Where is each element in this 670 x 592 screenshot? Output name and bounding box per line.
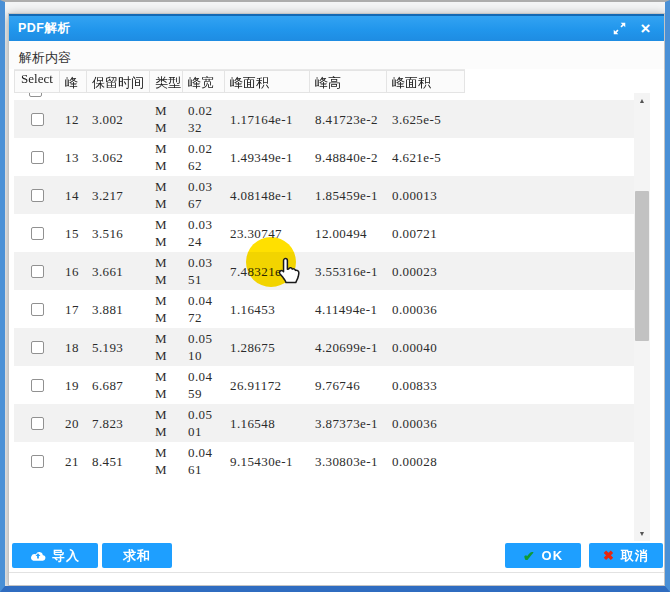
close-icon[interactable]: × [638, 21, 653, 36]
cell-peak-area: 1.49349e-1 [225, 147, 310, 168]
column-header[interactable]: 峰宽 [183, 70, 225, 93]
column-header[interactable]: 保留时间 [87, 70, 150, 93]
cell-peak-area-2: 0.00833 [387, 375, 465, 396]
table-row[interactable]: 18 5.193 MM 0.0510 1.28675 4.20699e-1 0.… [14, 328, 634, 366]
cell-peak: 16 [60, 261, 87, 282]
cell-peak: 12 [60, 109, 87, 130]
cell-type: MM [150, 214, 183, 252]
row-checkbox[interactable] [31, 189, 44, 202]
row-checkbox[interactable] [31, 303, 44, 316]
column-header[interactable]: 峰面积 [387, 70, 465, 93]
row-select-cell [14, 341, 60, 354]
cell-retention-time: 3.881 [87, 299, 150, 320]
cell-peak-height: 3.55316e-1 [310, 261, 387, 282]
cell-retention-time: 8.451 [87, 451, 150, 472]
column-header[interactable]: Select [14, 70, 60, 93]
row-checkbox[interactable] [31, 113, 44, 126]
cell-type: MM [150, 252, 183, 290]
cell-peak-height: 1.85459e-1 [310, 185, 387, 206]
cancel-button-label: 取消 [621, 547, 649, 565]
ok-button[interactable]: ✔ OK [505, 543, 581, 568]
table-header-row: Select峰保留时间类型峰宽峰面积峰高峰面积 [14, 69, 465, 93]
cell-type: MM [150, 366, 183, 404]
cell-peak: 20 [60, 413, 87, 434]
row-checkbox[interactable] [31, 379, 44, 392]
row-checkbox[interactable] [31, 341, 44, 354]
table-row[interactable]: 16 3.661 MM 0.0351 7.48321e-1 3.55316e-1… [14, 252, 634, 290]
cancel-button[interactable]: ✖ 取消 [589, 543, 663, 568]
cell-peak-width: 0.0232 [183, 100, 225, 138]
cell-peak-height: 4.20699e-1 [310, 337, 387, 358]
cell-peak-area-2: 0.00721 [387, 223, 465, 244]
import-button[interactable]: 导入 [12, 543, 98, 568]
row-select-cell [14, 303, 60, 316]
x-icon: ✖ [603, 548, 615, 563]
cell-peak-width: 0.0262 [183, 138, 225, 176]
row-select-cell [14, 227, 60, 240]
cell-peak-area-2: 4.621e-5 [387, 147, 465, 168]
column-header[interactable]: 峰面积 [225, 70, 310, 93]
cell-type: MM [150, 328, 183, 366]
table-row[interactable]: 17 3.881 MM 0.0472 1.16453 4.11494e-1 0.… [14, 290, 634, 328]
cell-peak-area: 1.16453 [225, 299, 310, 320]
column-header[interactable]: 类型 [150, 70, 183, 93]
table-row[interactable]: 12 3.002 MM 0.0232 1.17164e-1 8.41723e-2… [14, 100, 634, 138]
cell-peak: 13 [60, 147, 87, 168]
cell-peak-area-2: 0.00040 [387, 337, 465, 358]
maximize-icon[interactable] [612, 21, 627, 36]
dialog-titlebar[interactable]: PDF解析 × [9, 14, 664, 41]
table-row[interactable]: 19 6.687 MM 0.0459 26.91172 9.76746 0.00… [14, 366, 634, 404]
table-row[interactable]: 14 3.217 MM 0.0367 4.08148e-1 1.85459e-1… [14, 176, 634, 214]
cell-peak-height: 9.76746 [310, 375, 387, 396]
cell-peak: 17 [60, 299, 87, 320]
cell-peak-width: 0.0510 [183, 328, 225, 366]
ok-button-label: OK [542, 548, 564, 563]
cell-type: MM [150, 100, 183, 138]
row-checkbox[interactable] [29, 93, 42, 97]
row-select-cell [14, 151, 60, 164]
cell-type: MM [150, 176, 183, 214]
cell-peak-area-2: 0.00013 [387, 185, 465, 206]
cell-peak-area: 1.17164e-1 [225, 109, 310, 130]
row-select-cell [14, 189, 60, 202]
row-select-cell [14, 265, 60, 278]
cell-peak: 19 [60, 375, 87, 396]
check-icon: ✔ [523, 548, 536, 564]
cell-peak-area: 4.08148e-1 [225, 185, 310, 206]
cell-peak-width: 0.0459 [183, 366, 225, 404]
table-row[interactable]: 13 3.062 MM 0.0262 1.49349e-1 9.48840e-2… [14, 138, 634, 176]
cell-peak-height: 4.11494e-1 [310, 299, 387, 320]
cell-peak-height: 12.00494 [310, 223, 387, 244]
section-header: 解析内容 [9, 41, 664, 69]
cell-peak-height: 9.48840e-2 [310, 147, 387, 168]
row-checkbox[interactable] [31, 265, 44, 278]
titlebar-icons: × [612, 21, 664, 36]
scroll-up-icon[interactable]: ▲ [634, 93, 650, 108]
column-header[interactable]: 峰 [60, 70, 87, 93]
scroll-down-icon[interactable]: ▼ [634, 526, 650, 541]
table-row[interactable]: 15 3.516 MM 0.0324 23.30747 12.00494 0.0… [14, 214, 634, 252]
cell-peak-area-2: 0.00036 [387, 413, 465, 434]
vertical-scrollbar[interactable]: ▲ ▼ [634, 93, 650, 541]
cell-peak-area-2: 0.00023 [387, 261, 465, 282]
column-header[interactable]: 峰高 [310, 70, 387, 93]
cell-peak-height: 3.30803e-1 [310, 451, 387, 472]
pdf-parse-dialog: PDF解析 × 解析内容 Select峰保留时间类型峰宽峰面积峰高峰面积 12 … [8, 13, 665, 586]
scrollbar-thumb[interactable] [635, 191, 649, 341]
row-checkbox[interactable] [31, 151, 44, 164]
row-checkbox[interactable] [31, 227, 44, 240]
table-row[interactable]: 21 8.451 MM 0.0461 9.15430e-1 3.30803e-1… [14, 442, 634, 480]
cell-type: MM [150, 138, 183, 176]
table-row[interactable]: 20 7.823 MM 0.0501 1.16548 3.87373e-1 0.… [14, 404, 634, 442]
cell-retention-time: 7.823 [87, 413, 150, 434]
row-checkbox[interactable] [31, 417, 44, 430]
cell-peak-height: 8.41723e-2 [310, 109, 387, 130]
cell-retention-time: 3.062 [87, 147, 150, 168]
sum-button[interactable]: 求和 [102, 543, 172, 568]
footer-toolbar: 导入 求和 ✔ OK ✖ 取消 [9, 542, 664, 569]
row-checkbox[interactable] [31, 455, 44, 468]
dialog-title: PDF解析 [9, 20, 71, 37]
partial-scrolled-row [14, 93, 634, 100]
row-select-cell [14, 113, 60, 126]
cell-peak-area: 26.91172 [225, 375, 310, 396]
